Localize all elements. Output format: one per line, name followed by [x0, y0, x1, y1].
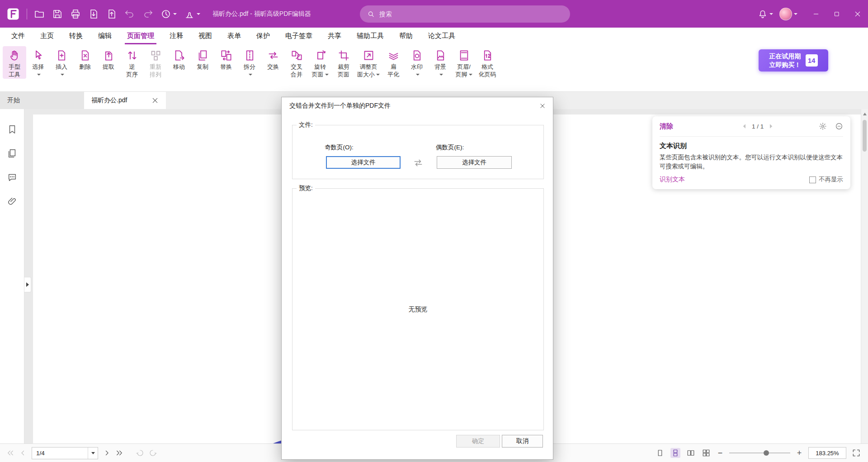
menu-item[interactable]: 保护 — [249, 28, 278, 44]
single-page-view-button[interactable] — [655, 448, 665, 458]
quick-action-button[interactable] — [70, 9, 81, 19]
quick-action-button[interactable] — [106, 9, 117, 19]
ribbon-tool[interactable]: 拆分 — [238, 46, 261, 79]
ribbon-tool[interactable]: 调整页 面大小 — [355, 46, 382, 79]
zoom-in-button[interactable]: + — [796, 449, 803, 457]
ribbon-tool[interactable]: 页眉/ 页脚 — [452, 46, 476, 79]
menu-item[interactable]: 转换 — [61, 28, 90, 44]
menu-item[interactable]: 论文工具 — [420, 28, 463, 44]
dialog-close-button[interactable] — [532, 97, 553, 114]
ribbon-tool[interactable]: 交叉 合并 — [285, 46, 308, 79]
tab-close-icon[interactable] — [151, 97, 159, 104]
ribbon-tool[interactable]: 旋转 页面 — [308, 46, 332, 79]
dont-show-checkbox[interactable] — [809, 176, 816, 183]
ribbon-tool[interactable]: 选择 — [26, 46, 50, 79]
scroll-up-icon[interactable] — [863, 113, 867, 115]
quick-action-icon — [88, 9, 99, 19]
select-odd-file-button[interactable]: 选择文件 — [326, 156, 401, 169]
ribbon-tool-label: 手型 — [9, 63, 20, 71]
next-message-icon[interactable] — [767, 123, 774, 130]
attachments-panel-icon[interactable] — [7, 196, 17, 206]
menu-item[interactable]: 电子签章 — [278, 28, 320, 44]
menu-item[interactable]: 编辑 — [90, 28, 119, 44]
ribbon-tool[interactable]: 手型 工具 — [3, 46, 26, 79]
pages-panel-icon[interactable] — [7, 148, 17, 158]
ribbon-tool-icon — [314, 49, 326, 62]
zoom-slider-thumb[interactable] — [764, 450, 769, 456]
fullscreen-icon[interactable] — [852, 448, 861, 457]
previous-view-button[interactable] — [136, 449, 144, 457]
ribbon-tool[interactable]: 重新 排列 — [144, 46, 167, 79]
menu-item[interactable]: 主页 — [33, 28, 61, 44]
ribbon-tool[interactable]: 复制 — [191, 46, 214, 79]
zoom-out-button[interactable]: − — [717, 449, 724, 457]
prev-message-icon[interactable] — [741, 123, 748, 130]
panel-expand-handle[interactable] — [24, 277, 31, 292]
cancel-button[interactable]: 取消 — [502, 435, 543, 448]
swap-files-icon[interactable] — [412, 157, 424, 169]
scrollbar-thumb[interactable] — [863, 120, 867, 152]
continuous-view-button[interactable] — [670, 448, 680, 458]
next-view-button[interactable] — [149, 449, 157, 457]
menu-item[interactable]: 共享 — [320, 28, 349, 44]
zoom-level-value[interactable]: 183.25% — [808, 447, 846, 459]
page-number-combo[interactable]: 1/4 — [32, 447, 98, 459]
ribbon-tool[interactable]: 背景 — [429, 46, 452, 79]
select-even-file-button[interactable]: 选择文件 — [437, 156, 512, 169]
buy-now-button[interactable]: 正在试用期 立即购买！ 14 — [759, 49, 828, 71]
quick-action-button[interactable] — [184, 9, 200, 19]
minimize-button[interactable] — [806, 0, 826, 28]
ribbon-tool[interactable]: 逆 页序 — [120, 46, 144, 79]
quick-action-button[interactable] — [52, 9, 63, 19]
last-page-button[interactable] — [115, 449, 123, 457]
ribbon-tool[interactable]: 插入 — [50, 46, 73, 79]
close-button[interactable] — [847, 0, 868, 28]
menu-item[interactable]: 页面管理 — [119, 28, 162, 44]
menu-item[interactable]: 文件 — [4, 28, 33, 44]
quick-action-button[interactable] — [34, 9, 45, 19]
search-box[interactable] — [360, 5, 570, 23]
account-button[interactable] — [779, 8, 797, 20]
menu-item[interactable]: 辅助工具 — [349, 28, 392, 44]
first-page-button[interactable] — [6, 449, 14, 457]
ribbon-tool[interactable]: 扁 平化 — [382, 46, 405, 79]
ribbon-tool[interactable]: 水印 — [405, 46, 429, 79]
notifications-button[interactable] — [758, 9, 773, 19]
quick-action-button[interactable] — [124, 9, 135, 19]
quick-action-button[interactable] — [160, 9, 177, 19]
bookmarks-panel-icon[interactable] — [7, 124, 17, 134]
ribbon-tool[interactable]: 格式 化页码 — [476, 46, 499, 79]
ribbon-tool[interactable]: 移动 — [167, 46, 191, 79]
quick-action-button[interactable] — [88, 9, 99, 19]
page-combo-dropdown[interactable] — [88, 448, 98, 459]
gear-icon[interactable] — [819, 122, 827, 130]
zoom-slider[interactable] — [729, 449, 790, 457]
ribbon-tool[interactable]: 裁剪 页面 — [332, 46, 355, 79]
menu-item[interactable]: 表单 — [220, 28, 249, 44]
menu-item[interactable]: 视图 — [191, 28, 220, 44]
next-page-button[interactable] — [103, 449, 111, 457]
close-icon — [539, 103, 546, 109]
tab-start[interactable]: 开始 — [0, 92, 84, 109]
ribbon-tool[interactable]: 提取 — [97, 46, 120, 79]
clear-button[interactable]: 清除 — [660, 122, 673, 131]
ok-button[interactable]: 确定 — [456, 435, 500, 448]
maximize-button[interactable] — [826, 0, 847, 28]
recognize-text-link[interactable]: 识别文本 — [660, 176, 685, 184]
tab-document[interactable]: 福昕办公.pdf — [84, 92, 166, 109]
collapse-panel-icon[interactable] — [835, 122, 843, 130]
comments-panel-icon[interactable] — [7, 172, 17, 182]
menu-item[interactable]: 帮助 — [392, 28, 420, 44]
facing-view-button[interactable] — [686, 448, 696, 458]
dropdown-caret-icon — [769, 13, 773, 15]
ribbon-tool-label-2: 页面 — [312, 71, 329, 78]
ribbon-tool[interactable]: 替换 — [214, 46, 238, 79]
ribbon-tool[interactable]: 交换 — [261, 46, 285, 79]
vertical-scrollbar[interactable] — [861, 109, 868, 443]
ribbon-tool[interactable]: 删除 — [73, 46, 97, 79]
quick-action-button[interactable] — [142, 9, 153, 19]
menu-item[interactable]: 注释 — [162, 28, 191, 44]
facing-continuous-view-button[interactable] — [701, 448, 711, 458]
search-input[interactable] — [379, 10, 563, 18]
previous-page-button[interactable] — [19, 449, 27, 457]
